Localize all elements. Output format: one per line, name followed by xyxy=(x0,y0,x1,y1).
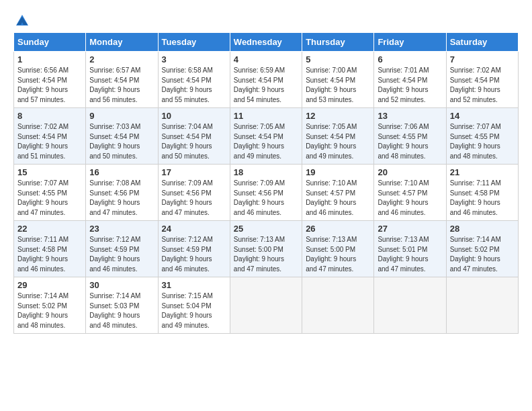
calendar-cell: 7Sunrise: 7:02 AM Sunset: 4:54 PM Daylig… xyxy=(446,52,518,108)
calendar-cell: 30Sunrise: 7:14 AM Sunset: 5:03 PM Dayli… xyxy=(86,277,158,334)
day-number: 9 xyxy=(89,111,154,121)
day-number: 5 xyxy=(306,54,370,64)
day-number: 28 xyxy=(450,224,515,234)
calendar-cell: 22Sunrise: 7:11 AM Sunset: 4:58 PM Dayli… xyxy=(14,221,86,277)
day-info: Sunrise: 7:13 AM Sunset: 5:01 PM Dayligh… xyxy=(378,235,442,274)
calendar-cell: 21Sunrise: 7:11 AM Sunset: 4:58 PM Dayli… xyxy=(446,165,518,221)
day-info: Sunrise: 7:10 AM Sunset: 4:57 PM Dayligh… xyxy=(378,179,442,218)
calendar-cell: 27Sunrise: 7:13 AM Sunset: 5:01 PM Dayli… xyxy=(374,221,446,277)
day-info: Sunrise: 7:05 AM Sunset: 4:54 PM Dayligh… xyxy=(234,122,298,161)
calendar-cell: 11Sunrise: 7:05 AM Sunset: 4:54 PM Dayli… xyxy=(230,108,302,165)
calendar-cell: 31Sunrise: 7:15 AM Sunset: 5:04 PM Dayli… xyxy=(158,277,230,334)
calendar-table: SundayMondayTuesdayWednesdayThursdayFrid… xyxy=(13,32,519,334)
calendar-cell: 3Sunrise: 6:58 AM Sunset: 4:54 PM Daylig… xyxy=(158,52,230,108)
day-number: 11 xyxy=(234,111,298,121)
calendar-week-2: 8Sunrise: 7:02 AM Sunset: 4:54 PM Daylig… xyxy=(14,108,519,165)
day-info: Sunrise: 7:07 AM Sunset: 4:55 PM Dayligh… xyxy=(450,122,515,161)
calendar-week-4: 22Sunrise: 7:11 AM Sunset: 4:58 PM Dayli… xyxy=(14,221,519,277)
calendar-week-3: 15Sunrise: 7:07 AM Sunset: 4:55 PM Dayli… xyxy=(14,165,519,221)
day-number: 12 xyxy=(306,111,370,121)
calendar-cell: 29Sunrise: 7:14 AM Sunset: 5:02 PM Dayli… xyxy=(14,277,86,334)
day-info: Sunrise: 7:03 AM Sunset: 4:54 PM Dayligh… xyxy=(89,122,154,161)
day-info: Sunrise: 7:08 AM Sunset: 4:56 PM Dayligh… xyxy=(89,179,154,218)
day-header-sunday: Sunday xyxy=(14,33,86,52)
day-info: Sunrise: 7:14 AM Sunset: 5:03 PM Dayligh… xyxy=(89,291,154,330)
day-header-monday: Monday xyxy=(86,33,158,52)
calendar-cell: 24Sunrise: 7:12 AM Sunset: 4:59 PM Dayli… xyxy=(158,221,230,277)
day-info: Sunrise: 7:09 AM Sunset: 4:56 PM Dayligh… xyxy=(234,179,298,218)
day-info: Sunrise: 7:04 AM Sunset: 4:54 PM Dayligh… xyxy=(162,122,226,161)
day-info: Sunrise: 7:09 AM Sunset: 4:56 PM Dayligh… xyxy=(162,179,226,218)
calendar-cell: 4Sunrise: 6:59 AM Sunset: 4:54 PM Daylig… xyxy=(230,52,302,108)
calendar-cell: 13Sunrise: 7:06 AM Sunset: 4:55 PM Dayli… xyxy=(374,108,446,165)
day-number: 4 xyxy=(234,54,298,64)
logo-icon xyxy=(15,13,30,28)
calendar-cell: 9Sunrise: 7:03 AM Sunset: 4:54 PM Daylig… xyxy=(86,108,158,165)
day-info: Sunrise: 7:13 AM Sunset: 5:00 PM Dayligh… xyxy=(234,235,298,274)
day-info: Sunrise: 7:12 AM Sunset: 4:59 PM Dayligh… xyxy=(89,235,154,274)
header xyxy=(13,11,519,28)
day-info: Sunrise: 7:05 AM Sunset: 4:54 PM Dayligh… xyxy=(306,122,370,161)
logo xyxy=(13,13,30,28)
day-number: 8 xyxy=(17,111,82,121)
day-number: 3 xyxy=(162,54,226,64)
calendar-cell: 19Sunrise: 7:10 AM Sunset: 4:57 PM Dayli… xyxy=(302,165,374,221)
calendar-cell xyxy=(446,277,518,334)
day-info: Sunrise: 7:12 AM Sunset: 4:59 PM Dayligh… xyxy=(162,235,226,274)
calendar-cell: 14Sunrise: 7:07 AM Sunset: 4:55 PM Dayli… xyxy=(446,108,518,165)
day-number: 20 xyxy=(378,167,442,177)
day-info: Sunrise: 7:02 AM Sunset: 4:54 PM Dayligh… xyxy=(450,66,515,105)
calendar-cell: 25Sunrise: 7:13 AM Sunset: 5:00 PM Dayli… xyxy=(230,221,302,277)
day-info: Sunrise: 7:06 AM Sunset: 4:55 PM Dayligh… xyxy=(378,122,442,161)
day-number: 26 xyxy=(306,224,370,234)
day-header-wednesday: Wednesday xyxy=(230,33,302,52)
day-number: 14 xyxy=(450,111,515,121)
day-number: 22 xyxy=(17,224,82,234)
day-number: 31 xyxy=(162,280,226,290)
day-number: 23 xyxy=(89,224,154,234)
calendar-cell: 20Sunrise: 7:10 AM Sunset: 4:57 PM Dayli… xyxy=(374,165,446,221)
day-info: Sunrise: 6:57 AM Sunset: 4:54 PM Dayligh… xyxy=(89,66,154,105)
day-number: 27 xyxy=(378,224,442,234)
day-info: Sunrise: 6:56 AM Sunset: 4:54 PM Dayligh… xyxy=(17,66,82,105)
calendar-cell xyxy=(374,277,446,334)
day-info: Sunrise: 7:07 AM Sunset: 4:55 PM Dayligh… xyxy=(17,179,82,218)
calendar-week-1: 1Sunrise: 6:56 AM Sunset: 4:54 PM Daylig… xyxy=(14,52,519,108)
calendar-cell: 6Sunrise: 7:01 AM Sunset: 4:54 PM Daylig… xyxy=(374,52,446,108)
day-info: Sunrise: 7:00 AM Sunset: 4:54 PM Dayligh… xyxy=(306,66,370,105)
day-number: 21 xyxy=(450,167,515,177)
calendar-cell: 23Sunrise: 7:12 AM Sunset: 4:59 PM Dayli… xyxy=(86,221,158,277)
day-number: 25 xyxy=(234,224,298,234)
calendar-cell: 17Sunrise: 7:09 AM Sunset: 4:56 PM Dayli… xyxy=(158,165,230,221)
day-number: 29 xyxy=(17,280,82,290)
calendar-cell: 2Sunrise: 6:57 AM Sunset: 4:54 PM Daylig… xyxy=(86,52,158,108)
calendar-cell: 26Sunrise: 7:13 AM Sunset: 5:00 PM Dayli… xyxy=(302,221,374,277)
day-number: 17 xyxy=(162,167,226,177)
day-number: 19 xyxy=(306,167,370,177)
day-number: 6 xyxy=(378,54,442,64)
day-number: 18 xyxy=(234,167,298,177)
calendar-cell: 10Sunrise: 7:04 AM Sunset: 4:54 PM Dayli… xyxy=(158,108,230,165)
day-info: Sunrise: 7:10 AM Sunset: 4:57 PM Dayligh… xyxy=(306,179,370,218)
day-number: 10 xyxy=(162,111,226,121)
day-number: 13 xyxy=(378,111,442,121)
day-info: Sunrise: 7:14 AM Sunset: 5:02 PM Dayligh… xyxy=(450,235,515,274)
day-header-thursday: Thursday xyxy=(302,33,374,52)
calendar-cell: 15Sunrise: 7:07 AM Sunset: 4:55 PM Dayli… xyxy=(14,165,86,221)
page-container: SundayMondayTuesdayWednesdayThursdayFrid… xyxy=(0,0,532,340)
day-info: Sunrise: 7:14 AM Sunset: 5:02 PM Dayligh… xyxy=(17,291,82,330)
day-number: 30 xyxy=(89,280,154,290)
calendar-cell: 12Sunrise: 7:05 AM Sunset: 4:54 PM Dayli… xyxy=(302,108,374,165)
calendar-cell: 16Sunrise: 7:08 AM Sunset: 4:56 PM Dayli… xyxy=(86,165,158,221)
calendar-header-row: SundayMondayTuesdayWednesdayThursdayFrid… xyxy=(14,33,519,52)
calendar-cell: 8Sunrise: 7:02 AM Sunset: 4:54 PM Daylig… xyxy=(14,108,86,165)
calendar-cell: 28Sunrise: 7:14 AM Sunset: 5:02 PM Dayli… xyxy=(446,221,518,277)
day-header-tuesday: Tuesday xyxy=(158,33,230,52)
day-info: Sunrise: 7:15 AM Sunset: 5:04 PM Dayligh… xyxy=(162,291,226,330)
calendar-cell xyxy=(302,277,374,334)
day-info: Sunrise: 6:59 AM Sunset: 4:54 PM Dayligh… xyxy=(234,66,298,105)
day-header-saturday: Saturday xyxy=(446,33,518,52)
day-info: Sunrise: 7:11 AM Sunset: 4:58 PM Dayligh… xyxy=(450,179,515,218)
day-info: Sunrise: 7:01 AM Sunset: 4:54 PM Dayligh… xyxy=(378,66,442,105)
day-info: Sunrise: 7:11 AM Sunset: 4:58 PM Dayligh… xyxy=(17,235,82,274)
